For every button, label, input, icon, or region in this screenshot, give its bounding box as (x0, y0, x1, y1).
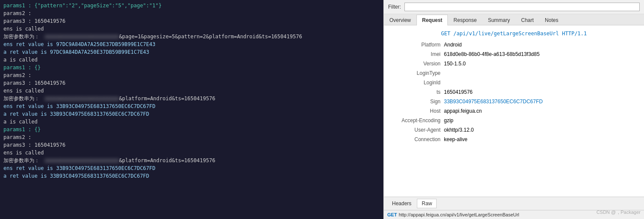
tab-chart[interactable]: Chart (516, 15, 539, 25)
request-row-label: LoginId (384, 78, 444, 87)
tab-summary[interactable]: Summary (482, 15, 515, 25)
log-line: params3 : 1650419576 (3, 79, 380, 87)
tabs-bar: OverviewRequestResponseSummaryChartNotes (384, 14, 644, 25)
request-row-value (444, 69, 644, 77)
log-line: params3 : 1650419576 (3, 17, 380, 25)
log-line: params1 : {} (3, 64, 380, 71)
request-row-label: Sign (384, 97, 444, 106)
log-line: params1 : {"pattern":"2","pageSize":"5",… (3, 2, 380, 9)
request-row: User-Agentokhttp/3.12.0 (384, 125, 644, 135)
request-row: Sign33B93C04975E683137650EC6C7DC67FD (384, 97, 644, 106)
tab-overview[interactable]: Overview (384, 15, 416, 25)
console-panel: params1 : {"pattern":"2","pageSize":"5",… (0, 0, 383, 219)
log-line: 加密参数串为： xxxxxxxxxxxxxxxxxxxxxxxx&platfor… (3, 95, 380, 102)
log-line: params1 : {} (3, 126, 380, 133)
log-line: ens ret value is 33B93C04975E683137650EC… (3, 102, 380, 110)
request-row-value (444, 78, 644, 87)
log-line: ens ret value is 33B93C04975E683137650EC… (3, 164, 380, 172)
log-line: params2 : (3, 9, 380, 17)
request-panel: Filter: OverviewRequestResponseSummaryCh… (383, 0, 644, 219)
filter-bar: Filter: (384, 0, 644, 14)
request-row-value: Android (444, 40, 644, 49)
request-row-label: Version (384, 59, 444, 68)
log-line: a ret value is 33B93C04975E683137650EC6C… (3, 110, 380, 118)
request-row-label: Host (384, 107, 444, 115)
bottom-tab-raw[interactable]: Raw (417, 199, 437, 208)
request-row-value: okhttp/3.12.0 (444, 126, 644, 134)
log-line: a is called (3, 118, 380, 126)
request-row-value: keep-alive (444, 135, 644, 144)
tab-notes[interactable]: Notes (539, 15, 564, 25)
url-method: GET (387, 212, 397, 217)
request-row: Hostappapi.feigua.cn (384, 106, 644, 116)
request-row-value: appapi.feigua.cn (444, 107, 644, 115)
request-row-value: 1650419576 (444, 88, 644, 96)
log-line: a ret value is 97DC9A84DA7A250E37DB59B99… (3, 48, 380, 56)
request-row-label: Connection (384, 135, 444, 144)
request-row-label: ts (384, 88, 444, 96)
request-row-label: User-Agent (384, 126, 444, 134)
log-line: ens ret value is 97DC9A84DA7A250E37DB59B… (3, 40, 380, 48)
log-line: params2 : (3, 71, 380, 79)
watermark: CSDN @，Packager (596, 209, 641, 216)
request-row: ts1650419576 (384, 87, 644, 97)
request-row-value: 618d0e8b-86b0-4f8e-a613-68b5d13f3d85 (444, 50, 644, 59)
log-line: a ret value is 33B93C04975E683137650EC6C… (3, 172, 380, 180)
log-line: params2 : (3, 133, 380, 141)
url-text: http://appapi.feigua.cn/api/v1/live/getL… (399, 212, 519, 217)
request-row-label: Platform (384, 40, 444, 49)
request-row: LoginId (384, 78, 644, 87)
log-line: ens is called (3, 87, 380, 95)
log-output: params1 : {"pattern":"2","pageSize":"5",… (0, 0, 383, 219)
request-row: Version150-1.5.0 (384, 59, 644, 68)
log-line: ens is called (3, 149, 380, 157)
log-line: ens is called (3, 25, 380, 33)
request-table: PlatformAndroidImei618d0e8b-86b0-4f8e-a6… (384, 40, 644, 144)
bottom-tabs-bar: HeadersRaw (384, 197, 644, 210)
tab-request[interactable]: Request (416, 15, 448, 25)
request-content: GET /api/v1/live/getLargeScreenBaseUrl H… (384, 25, 644, 197)
log-line: params3 : 1650419576 (3, 141, 380, 149)
bottom-tab-headers[interactable]: Headers (387, 199, 416, 208)
log-line: 加密参数串为： xxxxxxxxxxxxxxxxxxxxxxxx&platfor… (3, 157, 380, 164)
log-line: 加密参数串为： xxxxxxxxxxxxxxxxxxxxxxxx&page=1&… (3, 33, 380, 40)
request-row-value: 33B93C04975E683137650EC6C7DC67FD (444, 97, 644, 106)
tab-response[interactable]: Response (448, 15, 482, 25)
request-row-label: Accept-Encoding (384, 116, 444, 125)
request-row-label: LoginType (384, 69, 444, 77)
request-row-value: 150-1.5.0 (444, 59, 644, 68)
request-row: Connectionkeep-alive (384, 135, 644, 144)
log-line: a is called (3, 56, 380, 64)
request-row-value: gzip (444, 116, 644, 125)
request-row: Imei618d0e8b-86b0-4f8e-a613-68b5d13f3d85 (384, 49, 644, 59)
request-row: LoginType (384, 68, 644, 78)
filter-input[interactable] (404, 3, 640, 11)
filter-label: Filter: (388, 4, 401, 10)
request-row: Accept-Encodinggzip (384, 116, 644, 125)
request-row: PlatformAndroid (384, 40, 644, 49)
request-method-line: GET /api/v1/live/getLargeScreenBaseUrl H… (384, 29, 644, 40)
request-row-label: Imei (384, 50, 444, 59)
